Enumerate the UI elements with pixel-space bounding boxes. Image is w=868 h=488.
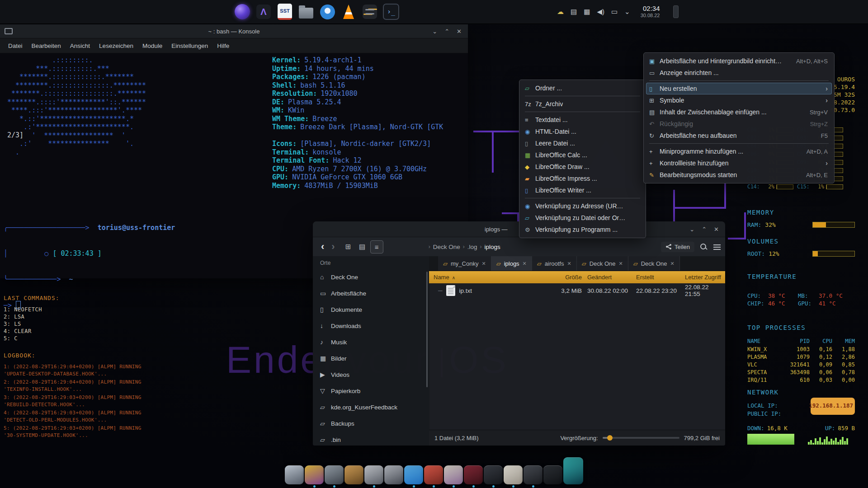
close-icon[interactable]: ✕ [457, 28, 462, 34]
menu-item[interactable]: ⚙ Verknüpfung zu Programm ... › [522, 224, 643, 235]
forward-button[interactable]: › [328, 241, 338, 253]
sidebar-place[interactable]: ▱ .bin [313, 432, 429, 448]
sidebar-place[interactable]: ▱ kde.org_KuserFeedback [313, 399, 429, 415]
icons-view-button[interactable]: ⊞ [342, 241, 354, 253]
lcars-console-icon[interactable] [325, 465, 344, 484]
menu-item[interactable]: Bearbeiten [27, 42, 66, 49]
volume-tray-icon[interactable]: ◀) [597, 8, 604, 16]
sidebar-place[interactable]: ▦ Bilder [313, 350, 429, 366]
file-manager-launcher-icon[interactable] [298, 4, 314, 20]
file-row[interactable]: ─ip.txt 3,2 MiB 30.08.22 02:00 22.08.22 … [429, 283, 725, 298]
sidebar-place[interactable]: ▽ Papierkorb [313, 383, 429, 399]
clipboard-tray-icon[interactable]: ▤ [571, 8, 577, 16]
sidebar-place[interactable]: ▶ Videos [313, 366, 429, 383]
endeavouros-launcher-icon[interactable] [234, 4, 250, 20]
column-modified[interactable]: Geändert [587, 274, 636, 281]
panel-widget-icon[interactable] [673, 5, 679, 18]
search-icon[interactable] [700, 243, 707, 250]
hamburger-menu-icon[interactable] [713, 244, 721, 245]
weather-tray-icon[interactable]: ☁ [557, 8, 564, 16]
breadcrumb-item[interactable]: Deck One [433, 244, 460, 250]
communicator-icon[interactable] [344, 465, 363, 484]
terminal-launcher-icon[interactable]: ›_ [383, 4, 399, 20]
menu-item[interactable]: ◆ LibreOffice Draw ... › [522, 161, 643, 173]
menu-item[interactable]: Module [138, 42, 167, 49]
tab-close-icon[interactable]: ✕ [670, 261, 675, 267]
books-icon[interactable] [305, 465, 324, 484]
menu-item[interactable]: Einstellungen [167, 42, 212, 49]
menu-item[interactable]: ▯ Neu erstellen › [646, 83, 832, 94]
column-accessed[interactable]: Letzter Zugriff [685, 274, 725, 281]
power-icon[interactable] [543, 465, 562, 484]
menu-item[interactable]: ▦ LibreOffice Calc ... › [522, 149, 643, 161]
menu-item[interactable]: ✎ Bearbeitungsmodus starten Alt+D, E › [646, 169, 832, 181]
menu-item[interactable]: ◉ Verknüpfung zu Adresse (URL) ... › [522, 200, 643, 212]
sidebar-place[interactable]: ♪ Musik [313, 334, 429, 350]
menu-item[interactable]: ▱ Verknüpfung zu Datei oder Ordner ... › [522, 212, 643, 224]
sst-launcher-icon[interactable]: SST [277, 4, 293, 20]
menu-item[interactable]: ▰ LibreOffice Impress ... › [522, 173, 643, 184]
breadcrumb-item[interactable]: iplogs [484, 244, 500, 250]
menu-item[interactable]: ▯ Leere Datei ... › [522, 137, 643, 149]
sidebar-place[interactable]: ↓ Downloads [313, 318, 429, 334]
notes-icon[interactable] [504, 465, 523, 484]
details-view-button[interactable]: ≡ [370, 240, 383, 253]
menu-item[interactable]: ≡ Textdatei ... › [522, 114, 643, 126]
tab-close-icon[interactable]: ✕ [619, 261, 623, 267]
folder-tab[interactable]: ▱ airootfs ✕ [532, 256, 577, 271]
menu-item[interactable]: › [649, 143, 829, 144]
folder-pen-icon[interactable] [484, 465, 503, 484]
sidebar-scrollbar[interactable] [426, 272, 428, 387]
menu-item[interactable]: 7z 7z_Archiv › [522, 98, 643, 110]
expand-tray-icon[interactable]: ⌄ [624, 8, 630, 16]
starship-icon[interactable] [285, 465, 304, 484]
files-folder-icon[interactable] [404, 465, 423, 484]
maximize-icon[interactable]: ⌃ [444, 28, 449, 34]
vlc-launcher-icon[interactable] [340, 4, 357, 20]
media-library-icon[interactable] [444, 465, 463, 484]
sidebar-place[interactable]: ▱ Backups [313, 415, 429, 432]
menu-item[interactable]: › [525, 112, 640, 112]
menu-item[interactable]: ◉ HTML-Datei ... › [522, 126, 643, 137]
folder-tab[interactable]: ▱ Deck One ✕ [628, 256, 680, 271]
menu-item[interactable]: ▣ Arbeitsfläche und Hintergrundbild einr… [646, 55, 832, 67]
media-player-icon[interactable] [464, 465, 483, 484]
transporter-icon[interactable] [563, 457, 583, 484]
sidebar-place[interactable]: ▯ Dokumente [313, 301, 429, 318]
breadcrumb-item[interactable]: .log [467, 244, 477, 250]
tab-close-icon[interactable]: ✕ [523, 261, 527, 267]
close-icon[interactable]: ✕ [714, 226, 719, 232]
minimize-icon[interactable]: ⌄ [432, 28, 437, 34]
back-button[interactable]: ‹ [317, 241, 328, 253]
menu-item[interactable]: Hilfe [212, 42, 234, 49]
column-name[interactable]: Name∧ [434, 274, 546, 281]
menu-item[interactable]: + Miniprogramme hinzufügen ... Alt+D, A … [646, 145, 832, 157]
zoom-slider-handle[interactable] [607, 435, 613, 441]
column-created[interactable]: Erstellt [636, 274, 685, 281]
menu-item[interactable]: ▭ Anzeige einrichten ... › [646, 67, 832, 79]
mixer-launcher-icon[interactable] [362, 4, 378, 20]
minimize-icon[interactable]: ⌄ [689, 226, 694, 232]
menu-item[interactable]: ▱ Ordner ... › [522, 82, 643, 94]
compact-view-button[interactable]: ▤ [356, 241, 368, 253]
menu-item[interactable]: ▯ LibreOffice Writer ... › [522, 184, 643, 196]
menu-item[interactable]: › [525, 198, 640, 198]
menu-item[interactable]: Datei [4, 42, 27, 49]
menu-item[interactable]: ↶ Rückgängig Strg+Z › [646, 118, 832, 130]
share-button[interactable]: Teilen [661, 242, 694, 252]
tool-icon[interactable] [384, 465, 403, 484]
menu-item[interactable]: + Kontrollleiste hinzufügen › [646, 157, 832, 169]
tab-close-icon[interactable]: ✕ [481, 261, 486, 267]
maximize-icon[interactable]: ⌃ [702, 226, 707, 232]
menu-item[interactable]: Lesezeichen [94, 42, 138, 49]
tab-close-icon[interactable]: ✕ [567, 261, 571, 267]
folder-tab[interactable]: ▱ my_Conky ✕ [438, 256, 491, 271]
notes-tray-icon[interactable]: ▦ [584, 8, 590, 16]
zoom-slider[interactable] [603, 437, 679, 439]
menu-item[interactable]: › [525, 96, 640, 96]
menu-item[interactable]: ▤ Inhalt der Zwischenablage einfügen ...… [646, 106, 832, 118]
menu-item[interactable]: Ansicht [66, 42, 94, 49]
konsole-titlebar[interactable]: ~ : bash — Konsole ⌄ ⌃ ✕ [0, 24, 468, 38]
clock-widget[interactable]: 02:34 30.08.22 [641, 5, 660, 19]
menu-item[interactable]: ↻ Arbeitsfläche neu aufbauen F5 › [646, 130, 832, 141]
